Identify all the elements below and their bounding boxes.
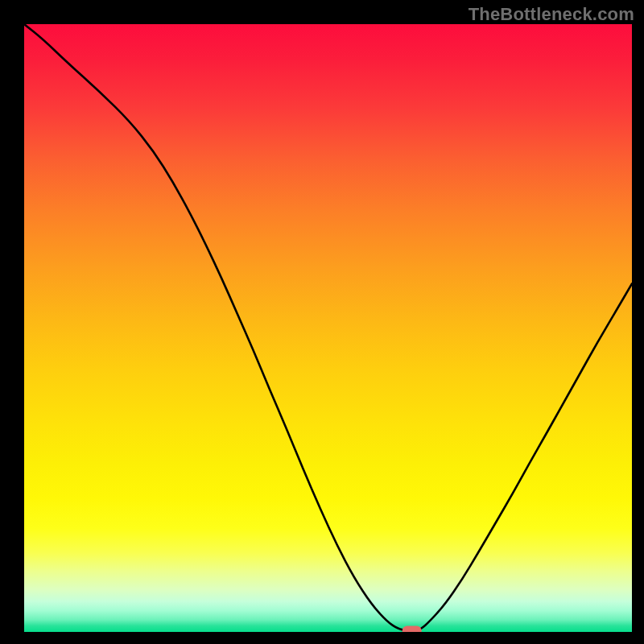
bottleneck-curve bbox=[24, 24, 632, 630]
bottleneck-curve-svg bbox=[24, 24, 632, 632]
chart-frame: TheBottleneck.com bbox=[0, 0, 644, 644]
plot-area bbox=[24, 24, 632, 632]
optimal-marker bbox=[402, 625, 422, 632]
watermark-text: TheBottleneck.com bbox=[469, 4, 634, 25]
